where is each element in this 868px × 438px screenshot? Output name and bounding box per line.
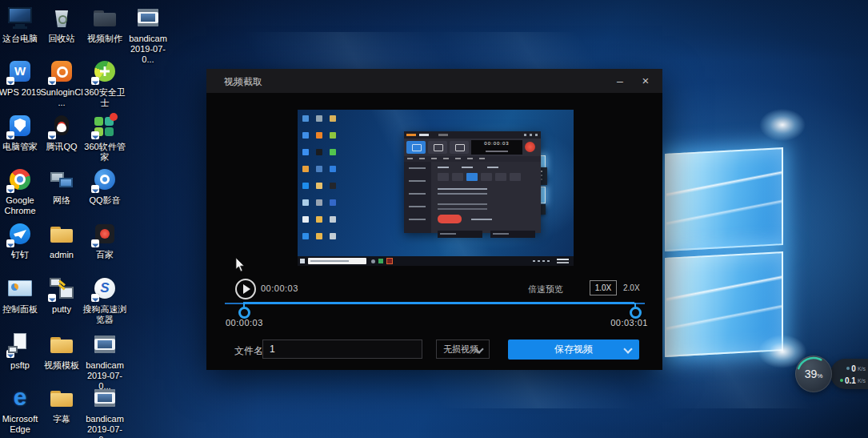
desktop-icon-subtitle-folder[interactable]: 字幕: [39, 384, 84, 424]
desktop-icon-sunlogin[interactable]: SunloginCl...: [39, 58, 84, 108]
preview-clock: [557, 259, 569, 260]
360-software-icon: [91, 112, 118, 139]
qq-icon: [48, 112, 75, 139]
preview-recorder-sidebar: [404, 162, 431, 233]
icon-label: 视频模板: [44, 360, 79, 371]
icon-label: 搜狗高速浏览器: [82, 304, 127, 325]
desktop-icon-qq[interactable]: 腾讯QQ: [39, 112, 84, 152]
desktop-icon-dingtalk[interactable]: 钉钉: [0, 220, 42, 260]
filename-input[interactable]: [262, 340, 422, 359]
desktop-icon-this-pc[interactable]: 这台电脑: [0, 4, 42, 44]
icon-label: 回收站: [49, 34, 75, 44]
desktop-icon-edge[interactable]: Microsoft Edge: [0, 384, 42, 435]
preview-recorder-statusbar: [404, 156, 541, 162]
preview-red-button: [438, 215, 462, 223]
timeline-selected-range[interactable]: [243, 302, 634, 304]
shortcut-arrow-icon: [48, 294, 56, 302]
desktop-icon-qq-player[interactable]: QQ影音: [82, 166, 127, 206]
shortcut-arrow-icon: [91, 131, 99, 139]
windows-logo-pane-top: [665, 147, 783, 251]
shortcut-arrow-icon: [6, 350, 14, 358]
preview-recorder-toolbar: 00:00:03: [404, 139, 541, 156]
network-speed-panel: 0 K/s 0.1 K/s: [830, 359, 868, 389]
desktop-icon-sogou-browser[interactable]: 搜狗高速浏览器: [82, 275, 127, 325]
format-value: 无损视频: [443, 344, 478, 354]
desktop-icon-bandicam-file-1[interactable]: bandicam 2019-07-0...: [126, 4, 170, 65]
preview-tray-icon-active: [386, 258, 393, 264]
dialog-title: 视频截取: [224, 75, 262, 89]
speed-preview-label: 倍速预览: [528, 283, 563, 295]
desktop-icon-template-folder[interactable]: 视频模板: [39, 331, 84, 371]
speed-option-1x[interactable]: 1.0X: [590, 280, 617, 295]
chrome-icon: [6, 166, 34, 193]
shortcut-arrow-icon: [48, 131, 56, 139]
speed-option-2x[interactable]: 2.0X: [623, 283, 640, 292]
usage-percent-unit: %: [817, 372, 822, 380]
preview-form-fields: [438, 231, 482, 238]
icon-label: 百家: [96, 250, 114, 260]
close-button[interactable]: ×: [632, 69, 659, 93]
film-file-icon: [91, 331, 118, 358]
qq-player-icon: [91, 166, 118, 193]
desktop-icon-video-folder[interactable]: 视频制作: [82, 4, 127, 44]
icon-label: putty: [52, 304, 71, 315]
desktop-icon-psftp[interactable]: psftp: [0, 331, 42, 371]
usage-percent: 39%: [795, 356, 832, 392]
download-dot-icon: [840, 379, 843, 382]
shortcut-arrow-icon: [6, 77, 14, 85]
icon-label: Microsoft Edge: [0, 414, 42, 435]
pc-manager-icon: [6, 112, 34, 139]
play-button[interactable]: [235, 279, 256, 299]
icon-label: 视频制作: [87, 34, 122, 44]
icon-label: 360安全卫士: [82, 87, 127, 108]
timeline-start-time: 00:00:03: [226, 318, 263, 327]
desktop-icon-network[interactable]: 网络: [39, 166, 84, 206]
film-file-icon: [134, 4, 162, 31]
windows-desktop: { "desktop": { "icons": [ {"label": "这台电…: [0, 0, 868, 438]
usage-percent-value: 39: [805, 368, 818, 380]
icon-label: 字幕: [53, 414, 70, 424]
icon-label: QQ影音: [89, 195, 120, 206]
icon-label: Google Chrome: [0, 195, 42, 216]
icon-label: 360软件管家: [82, 142, 127, 163]
timeline-end-handle[interactable]: [630, 307, 642, 319]
preview-tray-icons: [547, 260, 550, 262]
desktop-icon-chrome[interactable]: Google Chrome: [0, 166, 42, 216]
psftp-icon: [6, 331, 34, 358]
preview-recorder-tabs: [438, 173, 449, 181]
wps-icon: [6, 58, 34, 85]
icon-label: 钉钉: [11, 250, 29, 260]
desktop-icon-360-software[interactable]: 360软件管家: [82, 112, 127, 163]
desktop-icon-putty[interactable]: putty: [39, 275, 84, 315]
dialog-titlebar[interactable]: 视频截取 – ×: [206, 69, 662, 93]
shortcut-arrow-icon: [91, 294, 99, 302]
desktop-icon-admin-folder[interactable]: admin: [39, 220, 84, 260]
save-video-button[interactable]: 保存视频: [508, 340, 639, 360]
upload-value: 0: [851, 364, 856, 373]
format-dropdown[interactable]: 无损视频: [436, 340, 490, 359]
windows-logo: [662, 112, 784, 359]
download-unit: K/s: [858, 378, 866, 384]
desktop-icon-control-panel[interactable]: 控制面板: [0, 275, 42, 315]
admin-folder-icon: [48, 220, 75, 247]
timeline-start-handle[interactable]: [238, 307, 250, 319]
icon-label: 电脑管家: [2, 142, 38, 152]
recycle-bin-icon: [48, 4, 75, 31]
sunlogin-icon: [48, 58, 75, 85]
minimize-button[interactable]: –: [606, 69, 634, 93]
desktop-icon-recycle-bin[interactable]: 回收站: [39, 4, 84, 44]
video-preview[interactable]: 00:00:03: [298, 110, 574, 266]
memory-usage-ball[interactable]: 39%: [795, 356, 832, 392]
desktop-icon-baijia[interactable]: 百家: [82, 220, 127, 260]
desktop-icon-360-safe[interactable]: 360安全卫士: [82, 58, 127, 108]
desktop-icon-wps[interactable]: WPS 2019: [0, 58, 42, 98]
save-dropdown-chevron-icon[interactable]: [623, 344, 632, 353]
icon-label: psftp: [10, 360, 30, 371]
icon-label: admin: [50, 250, 74, 260]
filename-label: 文件名: [234, 344, 263, 358]
desktop-icon-pc-manager[interactable]: 电脑管家: [0, 112, 42, 152]
icon-label: WPS 2019: [0, 87, 41, 98]
decor-text-dashes: [438, 188, 487, 190]
desktop-icon-bandicam-file-3[interactable]: bandicam 2019-07-0...: [82, 384, 127, 438]
desktop-icon-bandicam-file-2[interactable]: bandicam 2019-07-0...: [82, 331, 127, 392]
